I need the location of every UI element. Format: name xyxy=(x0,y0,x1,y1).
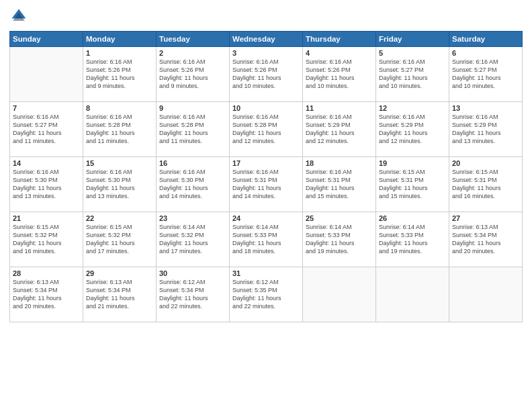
day-number: 13 xyxy=(452,104,519,112)
calendar-table: SundayMondayTuesdayWednesdayThursdayFrid… xyxy=(9,31,523,322)
day-cell: 24Sunrise: 6:14 AM Sunset: 5:33 PM Dayli… xyxy=(230,212,303,267)
day-info: Sunrise: 6:15 AM Sunset: 5:31 PM Dayligh… xyxy=(379,168,446,201)
day-number: 27 xyxy=(452,214,519,222)
day-number: 21 xyxy=(13,214,80,222)
day-number: 5 xyxy=(379,49,446,57)
header-cell-wednesday: Wednesday xyxy=(230,32,303,47)
day-number: 17 xyxy=(232,159,300,167)
day-number: 28 xyxy=(13,269,80,277)
day-info: Sunrise: 6:16 AM Sunset: 5:28 PM Dayligh… xyxy=(159,113,226,146)
day-info: Sunrise: 6:16 AM Sunset: 5:28 PM Dayligh… xyxy=(232,113,300,146)
day-cell: 23Sunrise: 6:14 AM Sunset: 5:32 PM Dayli… xyxy=(157,212,230,267)
day-info: Sunrise: 6:16 AM Sunset: 5:30 PM Dayligh… xyxy=(159,168,226,201)
header-cell-friday: Friday xyxy=(376,32,449,47)
day-info: Sunrise: 6:13 AM Sunset: 5:34 PM Dayligh… xyxy=(86,278,153,311)
day-info: Sunrise: 6:16 AM Sunset: 5:29 PM Dayligh… xyxy=(379,113,446,146)
day-cell: 9Sunrise: 6:16 AM Sunset: 5:28 PM Daylig… xyxy=(157,102,230,157)
day-cell: 17Sunrise: 6:16 AM Sunset: 5:31 PM Dayli… xyxy=(230,157,303,212)
day-number: 10 xyxy=(232,104,300,112)
day-info: Sunrise: 6:16 AM Sunset: 5:27 PM Dayligh… xyxy=(452,58,519,91)
day-cell: 3Sunrise: 6:16 AM Sunset: 5:26 PM Daylig… xyxy=(230,47,303,102)
week-row-0: 1Sunrise: 6:16 AM Sunset: 5:26 PM Daylig… xyxy=(10,47,523,102)
header-cell-tuesday: Tuesday xyxy=(157,32,230,47)
day-number: 11 xyxy=(306,104,373,112)
week-row-4: 28Sunrise: 6:13 AM Sunset: 5:34 PM Dayli… xyxy=(10,267,523,322)
day-info: Sunrise: 6:14 AM Sunset: 5:33 PM Dayligh… xyxy=(379,223,446,256)
logo-icon xyxy=(9,7,28,26)
day-cell: 1Sunrise: 6:16 AM Sunset: 5:26 PM Daylig… xyxy=(83,47,157,102)
day-number: 26 xyxy=(379,214,446,222)
day-cell xyxy=(303,267,376,322)
day-number: 7 xyxy=(13,104,80,112)
day-number: 15 xyxy=(86,159,153,167)
day-info: Sunrise: 6:14 AM Sunset: 5:33 PM Dayligh… xyxy=(232,223,300,256)
day-info: Sunrise: 6:16 AM Sunset: 5:29 PM Dayligh… xyxy=(306,113,373,146)
day-number: 9 xyxy=(159,104,226,112)
day-cell: 26Sunrise: 6:14 AM Sunset: 5:33 PM Dayli… xyxy=(376,212,449,267)
day-cell: 7Sunrise: 6:16 AM Sunset: 5:27 PM Daylig… xyxy=(10,102,83,157)
day-info: Sunrise: 6:16 AM Sunset: 5:31 PM Dayligh… xyxy=(232,168,300,201)
day-number: 29 xyxy=(86,269,153,277)
day-info: Sunrise: 6:16 AM Sunset: 5:26 PM Dayligh… xyxy=(159,58,226,91)
day-cell: 30Sunrise: 6:12 AM Sunset: 5:34 PM Dayli… xyxy=(157,267,230,322)
day-info: Sunrise: 6:16 AM Sunset: 5:27 PM Dayligh… xyxy=(379,58,446,91)
header-cell-monday: Monday xyxy=(83,32,157,47)
day-number: 12 xyxy=(379,104,446,112)
day-cell: 14Sunrise: 6:16 AM Sunset: 5:30 PM Dayli… xyxy=(10,157,83,212)
header-cell-thursday: Thursday xyxy=(303,32,376,47)
day-info: Sunrise: 6:15 AM Sunset: 5:31 PM Dayligh… xyxy=(452,168,519,201)
day-cell xyxy=(376,267,449,322)
day-number: 2 xyxy=(159,49,226,57)
day-info: Sunrise: 6:16 AM Sunset: 5:30 PM Dayligh… xyxy=(13,168,80,201)
day-number: 16 xyxy=(159,159,226,167)
day-number: 18 xyxy=(306,159,373,167)
day-number: 23 xyxy=(159,214,226,222)
day-cell: 2Sunrise: 6:16 AM Sunset: 5:26 PM Daylig… xyxy=(157,47,230,102)
day-number: 25 xyxy=(306,214,373,222)
day-info: Sunrise: 6:14 AM Sunset: 5:33 PM Dayligh… xyxy=(306,223,373,256)
day-number: 6 xyxy=(452,49,519,57)
day-cell: 22Sunrise: 6:15 AM Sunset: 5:32 PM Dayli… xyxy=(83,212,157,267)
day-info: Sunrise: 6:16 AM Sunset: 5:30 PM Dayligh… xyxy=(86,168,153,201)
day-number: 8 xyxy=(86,104,153,112)
day-cell: 12Sunrise: 6:16 AM Sunset: 5:29 PM Dayli… xyxy=(376,102,449,157)
logo xyxy=(9,7,31,26)
day-number: 3 xyxy=(232,49,300,57)
day-cell: 16Sunrise: 6:16 AM Sunset: 5:30 PM Dayli… xyxy=(157,157,230,212)
day-info: Sunrise: 6:16 AM Sunset: 5:31 PM Dayligh… xyxy=(306,168,373,201)
page: SundayMondayTuesdayWednesdayThursdayFrid… xyxy=(0,0,532,411)
day-number: 30 xyxy=(159,269,226,277)
day-info: Sunrise: 6:15 AM Sunset: 5:32 PM Dayligh… xyxy=(86,223,153,256)
day-number: 24 xyxy=(232,214,300,222)
day-info: Sunrise: 6:16 AM Sunset: 5:29 PM Dayligh… xyxy=(452,113,519,146)
header-cell-saturday: Saturday xyxy=(449,32,523,47)
week-row-3: 21Sunrise: 6:15 AM Sunset: 5:32 PM Dayli… xyxy=(10,212,523,267)
day-info: Sunrise: 6:16 AM Sunset: 5:26 PM Dayligh… xyxy=(86,58,153,91)
day-info: Sunrise: 6:16 AM Sunset: 5:27 PM Dayligh… xyxy=(13,113,80,146)
day-cell: 5Sunrise: 6:16 AM Sunset: 5:27 PM Daylig… xyxy=(376,47,449,102)
day-info: Sunrise: 6:12 AM Sunset: 5:34 PM Dayligh… xyxy=(159,278,226,311)
day-cell: 29Sunrise: 6:13 AM Sunset: 5:34 PM Dayli… xyxy=(83,267,157,322)
day-cell: 20Sunrise: 6:15 AM Sunset: 5:31 PM Dayli… xyxy=(449,157,523,212)
day-number: 20 xyxy=(452,159,519,167)
day-cell: 8Sunrise: 6:16 AM Sunset: 5:28 PM Daylig… xyxy=(83,102,157,157)
day-info: Sunrise: 6:16 AM Sunset: 5:28 PM Dayligh… xyxy=(86,113,153,146)
day-cell: 10Sunrise: 6:16 AM Sunset: 5:28 PM Dayli… xyxy=(230,102,303,157)
day-number: 4 xyxy=(306,49,373,57)
day-info: Sunrise: 6:13 AM Sunset: 5:34 PM Dayligh… xyxy=(13,278,80,311)
day-number: 31 xyxy=(232,269,300,277)
day-number: 22 xyxy=(86,214,153,222)
header xyxy=(9,7,523,26)
day-info: Sunrise: 6:12 AM Sunset: 5:35 PM Dayligh… xyxy=(232,278,300,311)
day-info: Sunrise: 6:13 AM Sunset: 5:34 PM Dayligh… xyxy=(452,223,519,256)
day-info: Sunrise: 6:16 AM Sunset: 5:26 PM Dayligh… xyxy=(306,58,373,91)
header-cell-sunday: Sunday xyxy=(10,32,83,47)
day-info: Sunrise: 6:15 AM Sunset: 5:32 PM Dayligh… xyxy=(13,223,80,256)
day-cell: 11Sunrise: 6:16 AM Sunset: 5:29 PM Dayli… xyxy=(303,102,376,157)
day-cell: 19Sunrise: 6:15 AM Sunset: 5:31 PM Dayli… xyxy=(376,157,449,212)
day-cell: 15Sunrise: 6:16 AM Sunset: 5:30 PM Dayli… xyxy=(83,157,157,212)
day-cell xyxy=(449,267,523,322)
day-cell: 13Sunrise: 6:16 AM Sunset: 5:29 PM Dayli… xyxy=(449,102,523,157)
day-info: Sunrise: 6:16 AM Sunset: 5:26 PM Dayligh… xyxy=(232,58,300,91)
day-cell: 18Sunrise: 6:16 AM Sunset: 5:31 PM Dayli… xyxy=(303,157,376,212)
